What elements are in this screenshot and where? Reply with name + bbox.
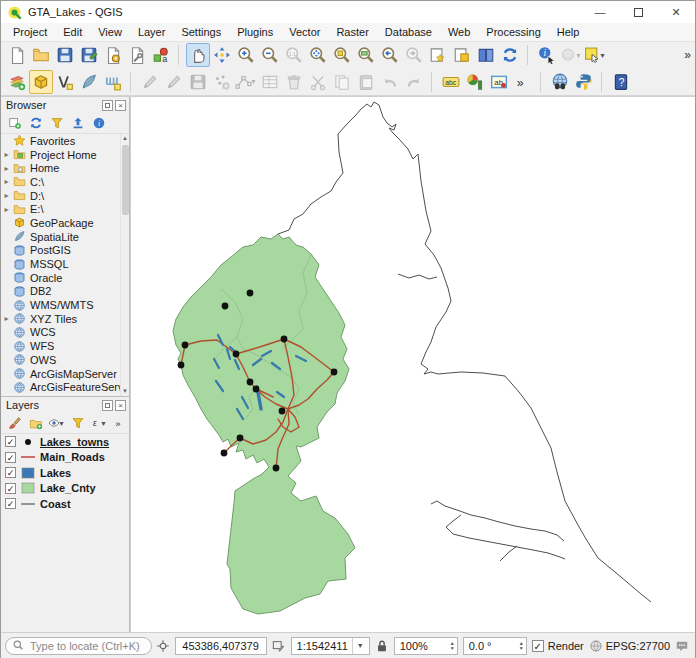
save-project-as-icon[interactable] xyxy=(77,43,101,67)
new-spatialite-layer-icon[interactable] xyxy=(77,70,101,94)
filter-browser-icon[interactable] xyxy=(47,114,66,133)
browser-item-wfs[interactable]: WFS xyxy=(1,339,120,353)
show-layout-manager-icon[interactable] xyxy=(125,43,149,67)
layer-labeling-options-icon[interactable]: abc xyxy=(439,70,463,94)
menu-web[interactable]: Web xyxy=(440,24,478,40)
highlight-pinned-labels-icon[interactable]: ab xyxy=(487,70,511,94)
layer-row-lake_cnty[interactable]: ✓Lake_Cnty xyxy=(1,481,129,497)
layer-visibility-checkbox[interactable]: ✓ xyxy=(5,498,16,509)
maximize-button[interactable] xyxy=(619,1,657,23)
browser-item-oracle[interactable]: Oracle xyxy=(1,271,120,285)
browser-item-mssql[interactable]: MSSQL xyxy=(1,257,120,271)
map-canvas[interactable] xyxy=(130,97,695,632)
layers-close-button[interactable]: × xyxy=(115,400,126,411)
zoom-full-icon[interactable] xyxy=(306,43,330,67)
browser-item-xyz-tiles[interactable]: ▸XYZ Tiles xyxy=(1,312,120,326)
menu-database[interactable]: Database xyxy=(377,24,440,40)
menu-settings[interactable]: Settings xyxy=(173,24,229,40)
save-project-icon[interactable] xyxy=(53,43,77,67)
layer-visibility-checkbox[interactable]: ✓ xyxy=(5,436,16,447)
expander-icon[interactable]: ▸ xyxy=(1,191,12,200)
expander-icon[interactable]: ▸ xyxy=(1,164,12,173)
zoom-to-selection-icon[interactable] xyxy=(330,43,354,67)
python-console-icon[interactable] xyxy=(572,70,596,94)
expander-icon[interactable]: ▸ xyxy=(1,314,12,323)
rotation-spinbox[interactable]: 0.0 ° ▲▼ xyxy=(463,637,527,655)
new-spatial-bookmark-icon[interactable] xyxy=(426,43,450,67)
menu-edit[interactable]: Edit xyxy=(55,24,90,40)
magnifier-spinbox[interactable]: 100% ▲▼ xyxy=(394,637,458,655)
refresh-browser-icon[interactable] xyxy=(26,114,45,133)
crs-status-button[interactable]: EPSG:27700 xyxy=(589,639,670,653)
data-source-manager-icon[interactable] xyxy=(5,70,29,94)
help-contents-icon[interactable]: ? xyxy=(609,70,633,94)
expander-icon[interactable]: ▸ xyxy=(1,177,12,186)
properties-widget-icon[interactable]: i xyxy=(89,114,108,133)
menu-help[interactable]: Help xyxy=(549,24,588,40)
layer-diagram-options-icon[interactable] xyxy=(463,70,487,94)
browser-item-db2[interactable]: DB2 xyxy=(1,285,120,299)
open-layer-styling-icon[interactable] xyxy=(5,414,24,433)
layer-visibility-checkbox[interactable]: ✓ xyxy=(5,483,16,494)
browser-item-wcs[interactable]: WCS xyxy=(1,326,120,340)
menu-project[interactable]: Project xyxy=(5,24,55,40)
expander-icon[interactable]: ▸ xyxy=(1,150,12,159)
refresh-map-icon[interactable] xyxy=(498,43,522,67)
menu-layer[interactable]: Layer xyxy=(130,24,174,40)
filter-by-expression-icon[interactable]: ε▼ xyxy=(89,414,108,433)
browser-item-postgis[interactable]: PostGIS xyxy=(1,244,120,258)
lock-scale-icon[interactable] xyxy=(375,639,389,653)
browser-item-ows[interactable]: OWS xyxy=(1,353,120,367)
toggle-extents-icon[interactable] xyxy=(272,639,286,653)
new-project-icon[interactable] xyxy=(5,43,29,67)
menu-plugins[interactable]: Plugins xyxy=(229,24,281,40)
render-check-icon[interactable]: ✓ xyxy=(532,640,544,652)
layer-row-lakes_towns[interactable]: ✓Lakes_towns xyxy=(1,434,129,450)
zoom-out-icon[interactable] xyxy=(258,43,282,67)
add-group-icon[interactable] xyxy=(26,414,45,433)
layer-row-coast[interactable]: ✓Coast xyxy=(1,496,129,512)
minimize-button[interactable]: — xyxy=(581,1,619,23)
browser-float-button[interactable] xyxy=(102,100,113,111)
pan-map-icon[interactable] xyxy=(186,43,210,67)
browser-item-wms-wmts[interactable]: WMS/WMTS xyxy=(1,298,120,312)
locator-search-input[interactable]: Type to locate (Ctrl+K) xyxy=(5,637,152,655)
menu-view[interactable]: View xyxy=(90,24,130,40)
browser-item-d[interactable]: ▸D:\ xyxy=(1,189,120,203)
scroll-up-icon[interactable]: ▲ xyxy=(122,134,128,143)
filter-legend-icon[interactable] xyxy=(68,414,87,433)
layers-float-button[interactable] xyxy=(102,400,113,411)
scroll-thumb[interactable] xyxy=(122,145,129,215)
browser-item-arcgismapserver[interactable]: ArcGisMapServer xyxy=(1,367,120,381)
browser-item-geopackage[interactable]: GeoPackage xyxy=(1,216,120,230)
zoom-in-icon[interactable] xyxy=(234,43,258,67)
select-by-area-icon[interactable]: ▼ xyxy=(583,43,607,67)
label-toolbar-overflow-icon[interactable]: » xyxy=(511,70,535,94)
metasearch-icon[interactable] xyxy=(548,70,572,94)
new-print-layout-icon[interactable] xyxy=(101,43,125,67)
browser-item-home[interactable]: ▸Home xyxy=(1,161,120,175)
layer-row-lakes[interactable]: ✓Lakes xyxy=(1,465,129,481)
open-project-icon[interactable] xyxy=(29,43,53,67)
render-checkbox[interactable]: ✓ Render xyxy=(532,640,584,652)
scale-combo[interactable]: 1:1542411 ▼ xyxy=(291,637,370,655)
browser-scrollbar[interactable]: ▲ ▼ xyxy=(120,134,129,396)
new-virtual-layer-icon[interactable] xyxy=(101,70,125,94)
style-manager-icon[interactable]: a xyxy=(149,43,173,67)
layer-row-main_roads[interactable]: ✓Main_Roads xyxy=(1,450,129,466)
expander-icon[interactable]: ▸ xyxy=(1,205,12,214)
browser-item-spatialite[interactable]: SpatiaLite xyxy=(1,230,120,244)
zoom-last-icon[interactable] xyxy=(378,43,402,67)
temporal-controller-icon[interactable] xyxy=(474,43,498,67)
menu-raster[interactable]: Raster xyxy=(328,24,376,40)
show-spatial-bookmarks-icon[interactable] xyxy=(450,43,474,67)
close-button[interactable]: ✕ xyxy=(657,1,695,23)
manage-map-themes-icon[interactable]: ▼ xyxy=(47,414,66,433)
browser-item-favorites[interactable]: Favorites xyxy=(1,134,120,148)
add-selected-layers-icon[interactable] xyxy=(5,114,24,133)
coordinate-icon[interactable] xyxy=(156,639,170,653)
browser-item-c[interactable]: ▸C:\ xyxy=(1,175,120,189)
menu-vector[interactable]: Vector xyxy=(281,24,328,40)
browser-item-arcgisfeatureserver[interactable]: ArcGisFeatureServer xyxy=(1,380,120,394)
identify-features-icon[interactable]: i xyxy=(535,43,559,67)
